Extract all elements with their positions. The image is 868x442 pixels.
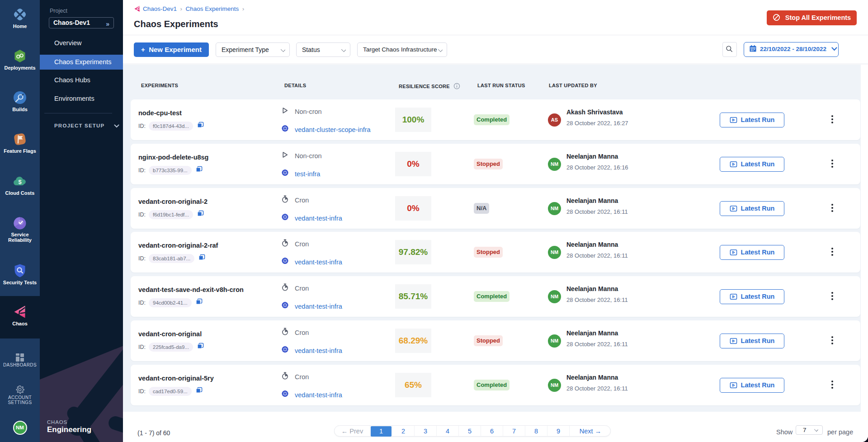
- svg-text:$: $: [18, 179, 22, 185]
